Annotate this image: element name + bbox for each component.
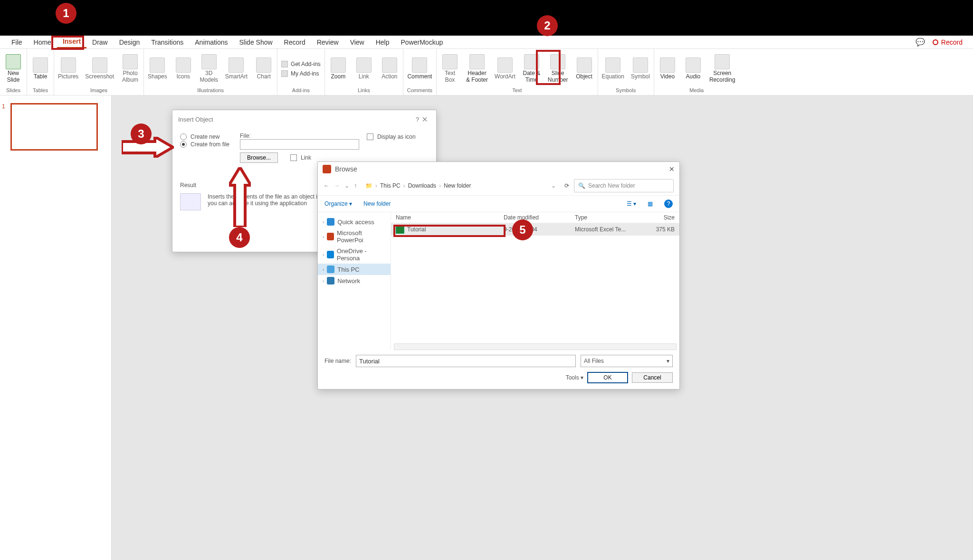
crumb-this-pc[interactable]: This PC bbox=[380, 182, 401, 189]
slide-thumb-1[interactable]: 1 bbox=[8, 103, 104, 151]
tab-help[interactable]: Help bbox=[370, 37, 395, 48]
tab-record[interactable]: Record bbox=[278, 37, 311, 48]
screen-recording[interactable]: Screen Recording bbox=[709, 54, 735, 83]
display-icon-checkbox bbox=[367, 133, 373, 140]
group-links: Zoom Link Action Links bbox=[325, 49, 403, 95]
up-icon[interactable]: ↑ bbox=[354, 182, 357, 189]
close-icon[interactable]: ✕ bbox=[669, 165, 675, 173]
object[interactable]: Object bbox=[575, 57, 594, 80]
cancel-button[interactable]: Cancel bbox=[632, 372, 673, 383]
record-icon bbox=[933, 39, 938, 45]
chevron-down-icon[interactable]: ⌄ bbox=[551, 182, 556, 189]
nav-this-pc[interactable]: ›This PC bbox=[318, 264, 391, 275]
action[interactable]: Action bbox=[380, 57, 399, 80]
link[interactable]: Link bbox=[354, 57, 373, 80]
path-box[interactable]: 📁 › This PC › Downloads › New folder ⌄ bbox=[362, 181, 560, 190]
preview-pane-icon[interactable]: ▦ bbox=[648, 200, 653, 207]
get-add-ins-icon bbox=[281, 61, 288, 67]
recent-chevron-icon[interactable]: ⌄ bbox=[344, 182, 349, 189]
tab-review[interactable]: Review bbox=[311, 37, 344, 48]
text-box[interactable]: Text Box bbox=[440, 54, 459, 83]
record-label: Record bbox=[941, 38, 963, 46]
pictures-icon bbox=[61, 57, 76, 73]
symbol[interactable]: Symbol bbox=[631, 57, 650, 80]
tab-design[interactable]: Design bbox=[114, 37, 146, 48]
shapes-icon bbox=[150, 57, 165, 73]
column-headers[interactable]: Name Date modified Type Size bbox=[391, 212, 679, 223]
file-filter-dropdown[interactable]: All Files▾ bbox=[581, 355, 673, 367]
get-add-ins[interactable]: Get Add-ins bbox=[281, 61, 321, 67]
tab-slide-show[interactable]: Slide Show bbox=[234, 37, 278, 48]
text-box-icon bbox=[442, 54, 458, 69]
back-icon[interactable]: ← bbox=[324, 182, 329, 189]
col-date[interactable]: Date modified bbox=[504, 214, 575, 221]
audio[interactable]: Audio bbox=[684, 57, 703, 80]
tab-draw[interactable]: Draw bbox=[86, 37, 114, 48]
refresh-icon[interactable]: ⟳ bbox=[564, 182, 569, 189]
browse-button[interactable]: Browse... bbox=[240, 152, 278, 163]
file-path-input[interactable] bbox=[240, 139, 359, 150]
screenshot[interactable]: Screenshot bbox=[85, 57, 114, 80]
tab-view[interactable]: View bbox=[344, 37, 370, 48]
pictures[interactable]: Pictures bbox=[58, 57, 78, 80]
nav-quick-access[interactable]: ›Quick access bbox=[318, 216, 391, 228]
view-mode-icon[interactable]: ☰ ▾ bbox=[627, 200, 636, 207]
help-icon[interactable]: ? bbox=[416, 116, 419, 123]
zoom[interactable]: Zoom bbox=[329, 57, 348, 80]
comments-icon[interactable]: 💬 bbox=[916, 38, 925, 47]
crumb-new-folder[interactable]: New folder bbox=[444, 182, 471, 189]
horizontal-scrollbar[interactable] bbox=[394, 343, 677, 350]
header-footer[interactable]: Header & Footer bbox=[466, 54, 488, 83]
tab-animations[interactable]: Animations bbox=[189, 37, 233, 48]
comment-icon bbox=[412, 57, 427, 73]
close-icon[interactable]: × bbox=[419, 114, 430, 125]
group-slides: New Slide Slides bbox=[0, 49, 27, 95]
display-as-icon[interactable]: Display as icon bbox=[367, 133, 429, 140]
radio-create-from-file[interactable]: Create from file bbox=[180, 141, 232, 148]
record-button[interactable]: Record bbox=[933, 38, 963, 46]
tab-transitions[interactable]: Transitions bbox=[145, 37, 189, 48]
icons[interactable]: Icons bbox=[174, 57, 193, 80]
file-name-label: File name: bbox=[324, 358, 351, 364]
organize-button[interactable]: Organize ▾ bbox=[324, 200, 352, 207]
tab-powermockup[interactable]: PowerMockup bbox=[395, 37, 449, 48]
action-icon bbox=[382, 57, 397, 73]
equation[interactable]: Equation bbox=[602, 57, 624, 80]
col-size[interactable]: Size bbox=[646, 214, 675, 221]
wordart[interactable]: WordArt bbox=[495, 57, 515, 80]
forward-icon[interactable]: → bbox=[334, 182, 340, 189]
nav-network[interactable]: ›Network bbox=[318, 275, 391, 286]
icons-icon bbox=[176, 57, 191, 73]
video[interactable]: Video bbox=[658, 57, 677, 80]
radio-icon bbox=[180, 133, 187, 140]
table[interactable]: Table bbox=[31, 57, 50, 80]
nav-microsoft-powerpoint[interactable]: ›Microsoft PowerPoi bbox=[318, 228, 391, 246]
ok-button[interactable]: OK bbox=[587, 372, 628, 383]
marker-4: 4 bbox=[229, 227, 250, 248]
help-icon[interactable]: ? bbox=[664, 199, 673, 208]
app-root: File Home Insert Draw Design Transitions… bbox=[0, 0, 973, 560]
photo-album[interactable]: Photo Album bbox=[121, 54, 140, 83]
col-name[interactable]: Name bbox=[396, 214, 504, 221]
comment[interactable]: Comment bbox=[407, 57, 432, 80]
slide-number: 1 bbox=[2, 103, 5, 110]
tools-dropdown[interactable]: Tools ▾ bbox=[566, 374, 583, 381]
file-name-input[interactable] bbox=[356, 355, 576, 367]
col-type[interactable]: Type bbox=[575, 214, 646, 221]
link-checkbox[interactable] bbox=[290, 154, 297, 161]
crumb-downloads[interactable]: Downloads bbox=[408, 182, 436, 189]
tab-file[interactable]: File bbox=[6, 37, 28, 48]
shapes[interactable]: Shapes bbox=[148, 57, 167, 80]
nav-onedrive[interactable]: ›OneDrive - Persona bbox=[318, 246, 391, 264]
marker-3: 3 bbox=[131, 123, 152, 144]
my-add-ins[interactable]: My Add-ins bbox=[281, 70, 321, 77]
search-input[interactable]: 🔍 Search New folder bbox=[574, 179, 674, 192]
new-slide[interactable]: New Slide bbox=[4, 54, 23, 83]
new-folder-button[interactable]: New folder bbox=[363, 200, 391, 207]
wordart-icon bbox=[497, 57, 513, 73]
smartart[interactable]: SmartArt bbox=[225, 57, 248, 80]
3d-models[interactable]: 3D Models bbox=[200, 54, 219, 83]
chart[interactable]: Chart bbox=[254, 57, 273, 80]
radio-create-new[interactable]: Create new bbox=[180, 133, 232, 140]
file-size: 375 KB bbox=[646, 226, 675, 233]
